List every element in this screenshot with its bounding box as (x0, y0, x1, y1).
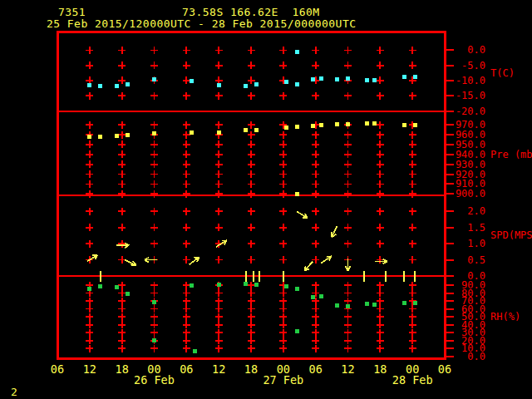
pressure-data-point (335, 122, 339, 126)
page-number: 2 (11, 386, 17, 398)
meteogram-plot: 0.0-5.0-10.0-15.0-20.0T(C)970.0960.0950.… (0, 0, 532, 399)
temperature-data-point (190, 79, 194, 83)
wind_speed-axis-tick-label: 1.0 (467, 238, 485, 249)
time-axis-labels: 0612180006121800061218000626 Feb27 Feb28… (51, 362, 451, 387)
pressure-data-point (126, 133, 130, 137)
humidity-data-point (413, 301, 417, 305)
meteogram-screen: 7351 73.58S 166.62E 160M 25 Feb 2015/120… (0, 0, 532, 399)
pressure-data-point (217, 131, 221, 135)
date-label: 26 Feb (134, 373, 175, 387)
pressure-data-point (115, 134, 119, 138)
humidity-tick-grid (86, 282, 416, 352)
temperature-data-point (346, 76, 350, 81)
temperature-data-point (319, 76, 323, 81)
humidity-data-point (98, 284, 102, 288)
temperature-axis-tick-label: -20.0 (456, 106, 485, 117)
humidity-data-point (244, 282, 248, 286)
temperature-data-point (311, 77, 315, 81)
temperature-axis-tick-label: 0.0 (467, 44, 485, 56)
pressure-data-point (413, 123, 417, 127)
humidity-data-point (126, 292, 130, 296)
hour-label: 12 (83, 362, 96, 376)
pressure-data-point (372, 121, 377, 126)
pressure-data-point (346, 122, 350, 126)
wind_speed-axis-title: SPD(MPS) (490, 229, 532, 241)
hour-label: 12 (341, 362, 354, 376)
pressure-data-point (244, 128, 248, 132)
hour-label: 18 (116, 362, 129, 376)
humidity-data-point (152, 338, 156, 342)
humidity-data-point (402, 301, 406, 305)
pressure-data-point (295, 125, 299, 129)
temperature-axis: 0.0-5.0-10.0-15.0-20.0T(C) (445, 44, 515, 116)
temperature-data-point (244, 84, 248, 88)
humidity-axis: 90.080.070.060.050.040.030.020.010.00.0R… (445, 279, 520, 362)
pressure-data-point (152, 131, 156, 135)
humidity-data-point (346, 304, 350, 308)
humidity-data-point (365, 302, 369, 306)
temperature-axis-tick-label: -5.0 (461, 60, 485, 71)
temperature-data-point (402, 75, 406, 79)
humidity-data-point (254, 283, 259, 287)
pressure-axis-title: Pre (mb) (490, 149, 532, 160)
temperature-data-point (217, 83, 221, 87)
humidity-axis-tick-label: 0.0 (467, 351, 485, 362)
humidity-data-point (372, 303, 377, 307)
pressure-data-point (365, 121, 369, 126)
humidity-data-point (193, 349, 197, 353)
hour-label: 06 (309, 362, 323, 376)
temperature-data-point (413, 75, 417, 79)
pressure-data-point (319, 123, 323, 127)
temperature-axis-tick-label: -10.0 (456, 75, 485, 86)
pressure-data-point (284, 126, 288, 130)
wind_speed-axis-tick-label: 2.0 (467, 205, 485, 217)
pressure-data-point (87, 135, 91, 139)
wind_speed-axis-tick-label: 0.5 (467, 254, 485, 266)
date-label: 28 Feb (392, 373, 433, 387)
pressure-points (87, 121, 417, 197)
hour-label: 06 (438, 362, 451, 376)
humidity-data-point (152, 300, 156, 304)
hour-label: 06 (180, 362, 193, 376)
temperature-data-point (284, 80, 288, 84)
temperature-data-point (295, 82, 299, 86)
pressure-data-point (311, 124, 315, 128)
temperature-axis-tick-label: -15.0 (456, 90, 485, 101)
pressure-data-point (190, 131, 194, 135)
wind_speed-tick-grid (86, 208, 416, 264)
temperature-data-point (295, 50, 299, 54)
temperature-data-point (126, 82, 130, 86)
temperature-data-point (115, 84, 119, 88)
humidity-data-point (319, 294, 323, 298)
pressure-data-point (98, 135, 102, 139)
temperature-data-point (98, 84, 102, 88)
humidity-axis-title: RH(%) (490, 311, 520, 323)
humidity-data-point (311, 295, 315, 299)
temperature-data-point (365, 78, 369, 82)
hour-label: 18 (244, 362, 258, 376)
hour-label: 18 (373, 362, 387, 376)
temperature-axis-title: T(C) (490, 67, 515, 79)
wind_speed-axis: 2.01.51.00.50.0SPD(MPS) (445, 205, 532, 282)
humidity-data-point (284, 284, 288, 288)
pressure-axis-tick-label: 900.0 (456, 188, 485, 200)
pressure-data-point (254, 128, 259, 132)
pressure-tick-grid (86, 121, 416, 198)
pressure-data-point (295, 192, 299, 196)
humidity-data-point (295, 329, 299, 333)
temperature-data-point (152, 77, 156, 81)
humidity-data-point (295, 287, 299, 291)
temperature-data-point (87, 83, 91, 87)
pressure-data-point (402, 123, 406, 127)
date-label: 27 Feb (263, 373, 303, 387)
temperature-data-point (372, 78, 377, 82)
wind_speed-axis-tick-label: 1.5 (467, 222, 485, 234)
humidity-data-point (87, 287, 91, 291)
humidity-data-point (115, 285, 119, 289)
temperature-tick-grid (86, 47, 416, 100)
temperature-data-point (254, 82, 259, 86)
humidity-data-point (335, 303, 339, 308)
temperature-data-point (335, 77, 339, 81)
humidity-data-point (217, 283, 221, 287)
humidity-data-point (190, 283, 194, 288)
